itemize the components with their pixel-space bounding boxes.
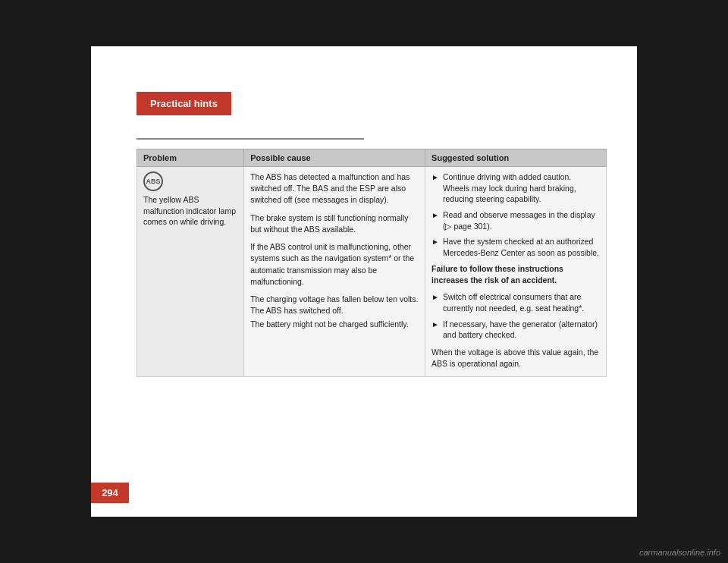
- section-header: Practical hints: [136, 92, 231, 115]
- table-header-row: Problem Possible cause Suggested solutio…: [137, 149, 607, 167]
- cause-para-3: If the ABS control unit is malfunctionin…: [250, 241, 419, 288]
- page-number: 294: [91, 483, 129, 503]
- col-header-problem: Problem: [137, 149, 244, 167]
- watermark: carmanualsonline.info: [639, 548, 720, 557]
- problem-description: The yellow ABS malfunction indicator lam…: [143, 194, 237, 228]
- problem-cell: ABS The yellow ABS malfunction indicator…: [137, 167, 244, 377]
- cause-para-4: The charging voltage has fallen below te…: [250, 294, 419, 316]
- failure-notice: Failure to follow these instructions inc…: [431, 263, 600, 285]
- cause-para-1: The ABS has detected a malfunction and h…: [250, 171, 419, 206]
- cause-para-5: The battery might not be charged suffici…: [250, 319, 419, 330]
- solution-item-1: ► Continue driving with added caution. W…: [431, 171, 600, 205]
- header-underline: [136, 138, 364, 140]
- solution-item-5: ► If necessary, have the generator (alte…: [431, 319, 600, 341]
- solution-item-2: ► Read and observe messages in the displ…: [431, 209, 600, 231]
- col-header-cause: Possible cause: [244, 149, 425, 167]
- section-title: Practical hints: [150, 98, 218, 109]
- abs-icon: ABS: [143, 171, 163, 191]
- col-header-solution: Suggested solution: [425, 149, 607, 167]
- solution-cell: ► Continue driving with added caution. W…: [425, 167, 607, 377]
- page-content: Practical hints Problem Possible cause S…: [91, 46, 637, 517]
- arrow-icon-5: ►: [431, 319, 439, 330]
- table-row: ABS The yellow ABS malfunction indicator…: [137, 167, 607, 377]
- abs-table: Problem Possible cause Suggested solutio…: [136, 149, 607, 377]
- main-table-wrapper: Problem Possible cause Suggested solutio…: [136, 149, 607, 377]
- solution-item-4: ► Switch off electrical consumers that a…: [431, 291, 600, 313]
- solution-item-3: ► Have the system checked at an authoriz…: [431, 236, 600, 258]
- arrow-icon-2: ►: [431, 210, 439, 221]
- voltage-note: When the voltage is above this value aga…: [431, 347, 600, 369]
- arrow-icon-1: ►: [431, 172, 439, 183]
- cause-para-2: The brake system is still functioning no…: [250, 212, 419, 235]
- arrow-icon-3: ►: [431, 237, 439, 247]
- cause-cell: The ABS has detected a malfunction and h…: [244, 167, 425, 377]
- arrow-icon-4: ►: [431, 292, 439, 303]
